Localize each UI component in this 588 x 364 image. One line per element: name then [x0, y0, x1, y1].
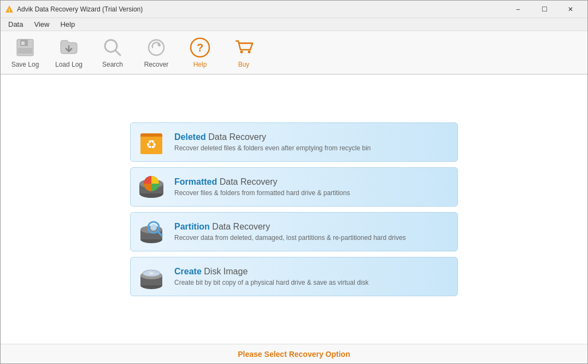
disk-image-highlight: Create — [174, 267, 202, 276]
svg-text:♻: ♻ — [146, 138, 157, 151]
formatted-card-title: Formatted Data Recovery — [174, 177, 350, 187]
search-icon — [102, 37, 124, 58]
buy-icon — [233, 37, 255, 58]
partition-highlight: Partition — [174, 222, 210, 231]
disk-image-card-title: Create Disk Image — [174, 267, 369, 277]
minimize-button[interactable]: – — [505, 2, 531, 16]
load-log-icon — [58, 37, 80, 58]
deleted-icon: ♻ — [137, 128, 166, 156]
svg-rect-5 — [21, 42, 25, 45]
load-log-label: Load Log — [55, 61, 83, 68]
help-button[interactable]: ? Help — [181, 33, 219, 72]
save-log-icon — [14, 37, 36, 58]
partition-recovery-card[interactable]: Partition Data Recovery Recover data fro… — [130, 212, 458, 251]
svg-point-32 — [149, 273, 154, 274]
app-icon: ! — [5, 5, 14, 14]
svg-rect-4 — [18, 48, 32, 54]
disk-image-icon — [137, 262, 166, 291]
search-button[interactable]: Search — [93, 33, 132, 72]
partition-icon — [137, 218, 166, 246]
formatted-icon — [137, 173, 166, 201]
deleted-card-desc: Recover deleted files & folders even aft… — [174, 144, 371, 152]
toolbar: Save Log Load Log Search — [1, 31, 587, 75]
status-text: Please Select Recovery Option — [238, 350, 350, 359]
svg-text:?: ? — [197, 42, 203, 54]
svg-point-13 — [248, 51, 251, 54]
buy-label: Buy — [238, 61, 250, 68]
disk-image-card[interactable]: Create Disk Image Create bit by bit copy… — [130, 257, 458, 296]
recover-icon — [145, 37, 167, 58]
deleted-highlight: Deleted — [174, 132, 206, 142]
menu-view[interactable]: View — [28, 19, 55, 30]
svg-point-12 — [240, 51, 243, 54]
svg-line-7 — [115, 50, 120, 55]
deleted-title-rest: Data Recovery — [208, 132, 266, 142]
deleted-card-title: Deleted Data Recovery — [174, 132, 371, 142]
help-icon: ? — [189, 37, 211, 58]
formatted-card-text: Formatted Data Recovery Recover files & … — [174, 177, 350, 197]
save-log-button[interactable]: Save Log — [6, 33, 44, 72]
deleted-card-text: Deleted Data Recovery Recover deleted fi… — [174, 132, 371, 152]
partition-card-title: Partition Data Recovery — [174, 222, 406, 232]
menu-help[interactable]: Help — [55, 19, 80, 30]
formatted-card-desc: Recover files & folders from formatted h… — [174, 189, 350, 197]
disk-image-card-desc: Create bit by bit copy of a physical har… — [174, 279, 369, 286]
help-label: Help — [193, 61, 207, 68]
partition-title-rest: Data Recovery — [212, 222, 270, 231]
title-bar: ! Advik Data Recovery Wizard (Trial Vers… — [1, 1, 587, 18]
load-log-button[interactable]: Load Log — [50, 33, 88, 72]
partition-card-text: Partition Data Recovery Recover data fro… — [174, 222, 406, 242]
partition-card-desc: Recover data from deleted, damaged, lost… — [174, 234, 406, 242]
formatted-recovery-card[interactable]: Formatted Data Recovery Recover files & … — [130, 167, 458, 207]
main-content: ♻ Deleted Data Recovery Recover deleted … — [1, 75, 587, 344]
menu-data[interactable]: Data — [3, 19, 28, 30]
disk-image-title-rest: Disk Image — [204, 267, 248, 276]
svg-point-25 — [150, 224, 157, 231]
save-log-label: Save Log — [11, 61, 39, 68]
close-button[interactable]: ✕ — [558, 2, 583, 16]
buy-button[interactable]: Buy — [225, 33, 263, 72]
status-bar: Please Select Recovery Option — [1, 344, 587, 363]
window-title: Advik Data Recovery Wizard (Trial Versio… — [17, 5, 505, 13]
svg-text:!: ! — [9, 8, 10, 13]
recover-button[interactable]: Recover — [137, 33, 175, 72]
window-controls[interactable]: – ☐ ✕ — [505, 2, 583, 16]
search-label: Search — [102, 61, 123, 68]
menu-bar: Data View Help — [1, 18, 587, 31]
recover-label: Recover — [144, 61, 169, 68]
formatted-highlight: Formatted — [174, 177, 217, 186]
formatted-title-rest: Data Recovery — [220, 177, 278, 186]
maximize-button[interactable]: ☐ — [532, 2, 557, 16]
deleted-recovery-card[interactable]: ♻ Deleted Data Recovery Recover deleted … — [130, 122, 458, 162]
disk-image-card-text: Create Disk Image Create bit by bit copy… — [174, 267, 369, 286]
